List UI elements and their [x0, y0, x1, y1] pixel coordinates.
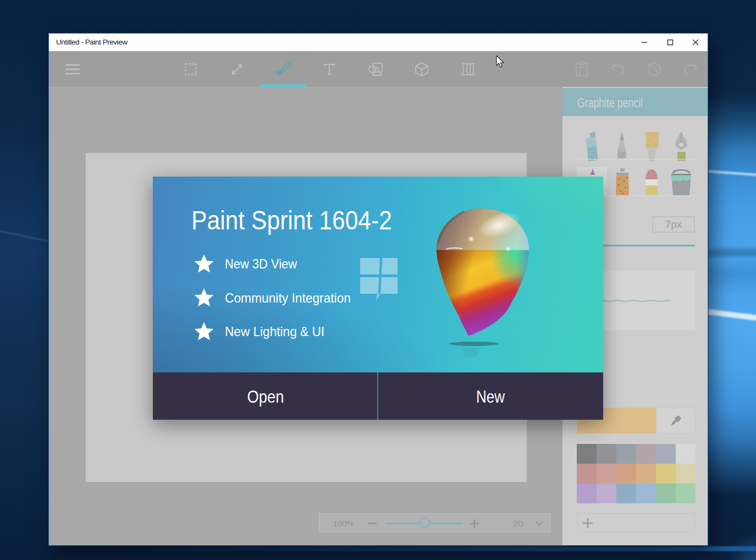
svg-text:New: New	[476, 387, 505, 407]
svg-text:Graphite pencil: Graphite pencil	[577, 96, 643, 110]
svg-text:Open: Open	[247, 387, 284, 407]
svg-text:New 3D View: New 3D View	[225, 256, 297, 271]
svg-text:Community Integration: Community Integration	[225, 290, 351, 305]
svg-text:New Lighting & UI: New Lighting & UI	[225, 324, 324, 339]
svg-text:Paint Sprint 1604-2: Paint Sprint 1604-2	[191, 206, 392, 235]
